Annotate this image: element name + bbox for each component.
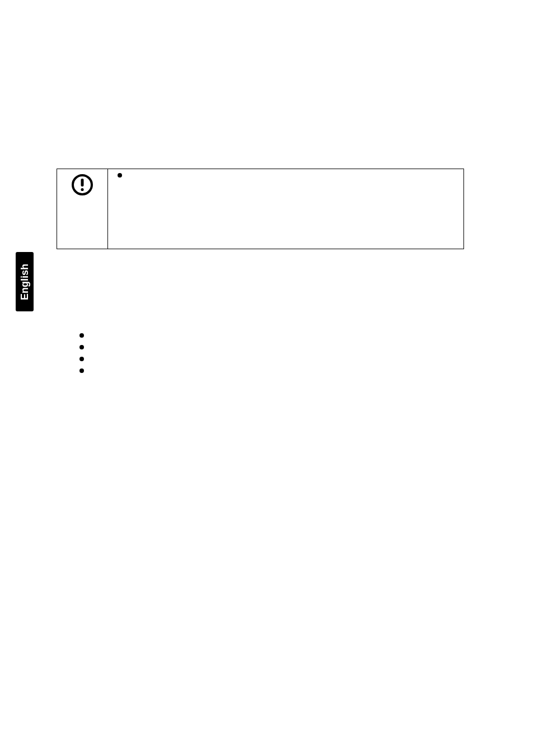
bullet-list xyxy=(79,329,84,376)
warning-exclamation-icon xyxy=(71,174,93,196)
warning-box-content xyxy=(108,169,463,249)
warning-bullet-icon xyxy=(118,173,122,178)
list-item xyxy=(79,329,84,341)
document-page: English xyxy=(0,0,534,756)
warning-box-icon-column xyxy=(57,169,108,249)
svg-rect-1 xyxy=(81,179,84,186)
list-item xyxy=(79,353,84,365)
language-tab-label: English xyxy=(19,263,31,300)
language-tab: English xyxy=(16,252,34,311)
list-item xyxy=(79,341,84,353)
warning-box xyxy=(57,169,464,249)
list-item xyxy=(79,365,84,376)
svg-point-2 xyxy=(81,188,83,191)
